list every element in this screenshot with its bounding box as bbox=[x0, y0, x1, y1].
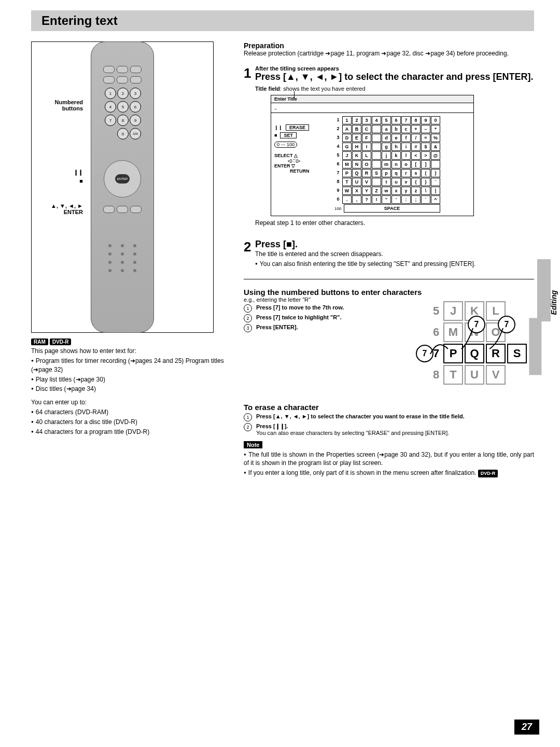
num-6[interactable]: 6 bbox=[130, 101, 141, 112]
callout-dpad: ▲, ▼, ◄, ► ENTER bbox=[34, 203, 83, 215]
callout-pause: ❙❙ bbox=[34, 169, 83, 176]
page-title: Entering text bbox=[31, 10, 534, 31]
using-step-3: Press [ENTER]. bbox=[256, 324, 298, 330]
intro-bullets: Program titles for timer recording (➜pag… bbox=[31, 357, 228, 393]
step-2-l1: The title is entered and the screen disa… bbox=[255, 250, 534, 258]
using-heading: Using the numbered buttons to enter char… bbox=[244, 288, 534, 297]
note-b1: The full title is shown in the Propertie… bbox=[244, 450, 534, 468]
dpad[interactable]: ENTER bbox=[104, 160, 141, 198]
enter-label: ENTER bbox=[274, 163, 290, 168]
prep-text: Release protection (cartridge ➜page 11, … bbox=[244, 50, 534, 58]
erase-step-2b: You can also erase characters by selecti… bbox=[256, 430, 449, 436]
select-label: SELECT △ bbox=[274, 153, 331, 158]
limits-bullets: 64 characters (DVD-RAM) 40 characters fo… bbox=[31, 408, 228, 436]
using-step-2: Press [7] twice to highlight "R". bbox=[256, 314, 341, 320]
step-2-main: Press [■]. bbox=[255, 239, 534, 250]
erase-step-1-num: 1 bbox=[244, 413, 252, 421]
num-3[interactable]: 3 bbox=[130, 88, 141, 99]
num-5[interactable]: 5 bbox=[117, 101, 129, 112]
range-indicator: 0 --- 100 bbox=[274, 142, 297, 148]
side-tab: Editing bbox=[550, 290, 558, 315]
using-step-3-num: 3 bbox=[244, 324, 252, 332]
num-100[interactable]: 100 bbox=[130, 128, 141, 139]
num-7[interactable]: 7 bbox=[105, 115, 116, 126]
return-label: RETURN bbox=[290, 168, 331, 174]
num-4[interactable]: 4 bbox=[105, 101, 116, 112]
space-button[interactable]: SPACE bbox=[344, 204, 440, 213]
num-0[interactable]: 0 bbox=[117, 128, 129, 139]
step-1-sub: After the titling screen appears bbox=[255, 65, 534, 72]
screen-header: Enter Title bbox=[271, 95, 473, 103]
remote-body: 1 2 3 4 5 6 7 8 9 0 100 ENTER bbox=[91, 41, 154, 333]
note-b2: If you enter a long title, only part of … bbox=[244, 469, 534, 477]
erase-button[interactable]: ERASE bbox=[286, 124, 309, 131]
step-1-main: Press [▲, ▼, ◄, ►] to select the charact… bbox=[255, 72, 534, 83]
title-field-label: Title field bbox=[255, 86, 280, 92]
enter-button[interactable]: ENTER bbox=[115, 174, 130, 184]
stop-icon: ■ bbox=[274, 133, 277, 138]
title-field-text: : shows the text you have entered bbox=[280, 86, 366, 92]
char-entry-screen: Enter Title _ ❙❙ERASE ■SET 0 --- 100 bbox=[271, 95, 474, 216]
erase-step-2a: Press [❙❙]. bbox=[256, 423, 288, 429]
using-step-1: Press [7] to move to the 7th row. bbox=[256, 304, 344, 311]
num-8[interactable]: 8 bbox=[117, 115, 129, 126]
num-2[interactable]: 2 bbox=[117, 88, 129, 99]
callout-stop: ■ bbox=[34, 178, 83, 184]
step-1-num: 1 bbox=[244, 65, 255, 227]
num-1[interactable]: 1 bbox=[105, 88, 116, 99]
erase-heading: To erase a character bbox=[244, 403, 534, 412]
step-1-repeat: Repeat step 1 to enter other characters. bbox=[255, 219, 534, 227]
limits-intro: You can enter up to: bbox=[31, 399, 228, 406]
using-step-1-num: 1 bbox=[244, 304, 252, 313]
side-tab-bg bbox=[537, 259, 551, 321]
callout-numbered: Numbered buttons bbox=[34, 99, 83, 111]
note-badge: Note bbox=[244, 441, 262, 448]
char-grid[interactable]: 112345678902ABCabc+–*3DEFdef/=%4GHIghi#$… bbox=[334, 116, 440, 204]
space-row-num: 100 bbox=[334, 204, 344, 213]
badge-ram: RAM bbox=[31, 339, 48, 345]
page-number: 27 bbox=[514, 720, 539, 735]
example-figure: 5JKL6MNO7PQRS8TUV 7 7 7 bbox=[430, 301, 534, 385]
step-2-l2: You can also finish entering the title b… bbox=[255, 260, 534, 269]
set-button[interactable]: SET bbox=[280, 132, 297, 138]
numbered-buttons: 1 2 3 4 5 6 7 8 9 0 100 bbox=[105, 88, 140, 139]
step-2-num: 2 bbox=[244, 239, 255, 270]
num-9[interactable]: 9 bbox=[130, 115, 141, 126]
erase-step-2-num: 2 bbox=[244, 423, 252, 431]
erase-step-1: Press [▲, ▼, ◄, ►] to select the charact… bbox=[256, 413, 465, 419]
badge-dvdr: DVD-R bbox=[50, 339, 72, 345]
remote-figure: Numbered buttons ❙❙ ■ ▲, ▼, ◄, ► ENTER 1… bbox=[31, 41, 214, 333]
remote-dots bbox=[108, 244, 136, 272]
using-step-2-num: 2 bbox=[244, 314, 252, 322]
intro-text: This page shows how to enter text for: bbox=[31, 347, 228, 355]
prep-heading: Preparation bbox=[244, 41, 534, 50]
pause-icon: ❙❙ bbox=[274, 125, 283, 130]
